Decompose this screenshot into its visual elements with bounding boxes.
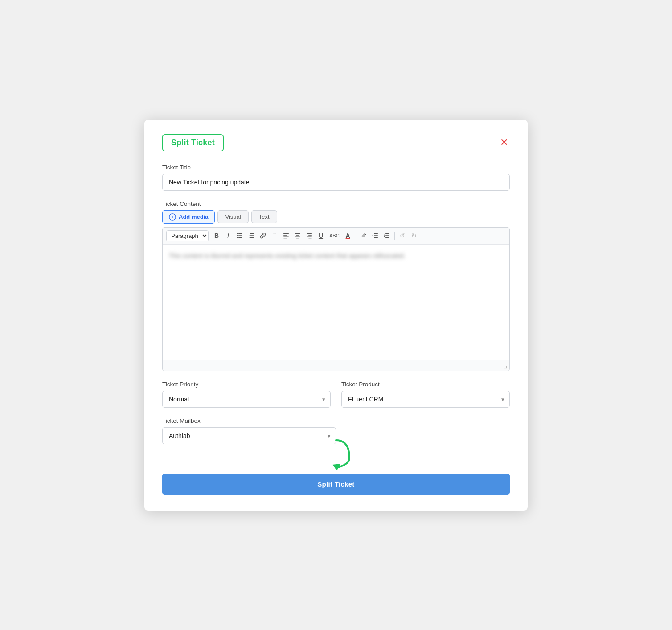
svg-rect-14 <box>283 235 287 235</box>
split-ticket-modal: Split Ticket ✕ Ticket Title Ticket Conte… <box>144 120 528 511</box>
svg-point-4 <box>237 233 238 234</box>
paragraph-select[interactable]: Paragraph Heading 1 Heading 2 Heading 3 <box>166 230 209 241</box>
undo-button[interactable]: ↺ <box>397 230 408 241</box>
svg-rect-24 <box>308 238 312 238</box>
content-tabs: Add media Visual Text <box>162 210 510 224</box>
italic-button[interactable]: I <box>223 230 234 241</box>
svg-rect-21 <box>307 233 312 234</box>
font-color-button[interactable]: A <box>343 230 353 241</box>
svg-rect-27 <box>374 235 378 236</box>
ticket-product-section: Ticket Product FLuent CRM FluentForms Fl… <box>341 381 510 408</box>
svg-rect-9 <box>250 237 254 238</box>
indent-button[interactable] <box>381 230 392 241</box>
add-media-icon <box>169 213 176 221</box>
svg-rect-7 <box>250 233 254 234</box>
modal-title: Split Ticket <box>162 134 224 151</box>
svg-text:3.: 3. <box>249 237 250 239</box>
svg-rect-31 <box>385 237 389 238</box>
link-icon <box>260 233 266 239</box>
ticket-product-select-wrapper: FLuent CRM FluentForms FluentSMTP ▾ <box>341 391 510 408</box>
toolbar-divider-2 <box>394 232 395 240</box>
svg-rect-13 <box>283 233 289 234</box>
underline-button[interactable]: U <box>316 230 326 241</box>
ticket-title-input[interactable] <box>162 174 510 191</box>
unordered-list-button[interactable] <box>234 230 245 241</box>
svg-rect-16 <box>283 238 287 238</box>
ticket-title-section: Ticket Title <box>162 164 510 200</box>
add-media-label: Add media <box>179 213 208 220</box>
svg-rect-30 <box>385 235 389 236</box>
eraser-icon <box>361 233 367 239</box>
split-ticket-button[interactable]: Split Ticket <box>162 474 510 495</box>
align-right-icon <box>306 233 312 239</box>
ticket-product-label: Ticket Product <box>341 381 510 388</box>
svg-point-6 <box>237 237 238 238</box>
svg-rect-23 <box>307 237 312 237</box>
indent-icon <box>384 233 390 239</box>
editor-content-area[interactable]: This content is blurred and represents e… <box>163 245 509 360</box>
add-media-button[interactable]: Add media <box>162 210 215 224</box>
align-right-button[interactable] <box>304 230 315 241</box>
align-center-icon <box>295 233 301 239</box>
strikethrough-button[interactable]: ABC <box>327 230 342 241</box>
ticket-content-section: Ticket Content Add media Visual Text Par… <box>162 200 510 371</box>
visual-tab[interactable]: Visual <box>217 210 248 223</box>
svg-rect-19 <box>295 237 300 237</box>
editor-blurred-content: This content is blurred and represents e… <box>169 252 406 259</box>
ticket-priority-label: Ticket Priority <box>162 381 331 388</box>
toolbar-divider-1 <box>356 232 356 240</box>
ticket-mailbox-section: Ticket Mailbox Authlab Support Sales ▾ <box>162 417 510 444</box>
svg-rect-2 <box>238 235 242 236</box>
svg-marker-32 <box>332 464 340 470</box>
align-left-icon <box>283 233 289 239</box>
ticket-priority-select-wrapper: Normal Low High Urgent ▾ <box>162 391 331 408</box>
ticket-priority-section: Ticket Priority Normal Low High Urgent ▾ <box>162 381 331 408</box>
ticket-priority-select[interactable]: Normal Low High Urgent <box>162 391 331 408</box>
ol-icon: 1.2.3. <box>248 233 254 239</box>
svg-rect-18 <box>296 235 299 235</box>
svg-rect-17 <box>295 233 300 234</box>
svg-rect-29 <box>385 233 389 234</box>
priority-product-row: Ticket Priority Normal Low High Urgent ▾… <box>162 381 510 408</box>
ticket-mailbox-select-wrapper: Authlab Support Sales ▾ <box>162 427 336 444</box>
align-left-button[interactable] <box>281 230 291 241</box>
text-tab[interactable]: Text <box>251 210 277 223</box>
modal-header: Split Ticket ✕ <box>162 134 510 151</box>
ticket-product-select[interactable]: FLuent CRM FluentForms FluentSMTP <box>341 391 510 408</box>
ticket-title-label: Ticket Title <box>162 164 510 171</box>
eraser-button[interactable] <box>358 230 369 241</box>
svg-rect-15 <box>283 237 289 237</box>
close-icon: ✕ <box>500 137 508 148</box>
close-button[interactable]: ✕ <box>498 136 510 149</box>
align-center-button[interactable] <box>292 230 303 241</box>
outdent-icon <box>372 233 378 239</box>
svg-rect-26 <box>374 233 378 234</box>
editor-resize-handle: ⌟ <box>163 360 509 371</box>
svg-rect-1 <box>238 233 242 234</box>
ticket-mailbox-select[interactable]: Authlab Support Sales <box>162 427 336 444</box>
svg-rect-28 <box>374 237 378 238</box>
ordered-list-button[interactable]: 1.2.3. <box>246 230 257 241</box>
editor-toolbar: Paragraph Heading 1 Heading 2 Heading 3 … <box>163 228 509 245</box>
blockquote-button[interactable]: " <box>269 230 280 241</box>
svg-rect-3 <box>238 237 242 238</box>
ticket-mailbox-label: Ticket Mailbox <box>162 417 510 424</box>
redo-button[interactable]: ↻ <box>409 230 419 241</box>
resize-icon: ⌟ <box>504 361 508 370</box>
bold-button[interactable]: B <box>211 230 222 241</box>
svg-point-5 <box>237 235 238 236</box>
ticket-content-label: Ticket Content <box>162 200 510 207</box>
svg-rect-20 <box>296 238 299 238</box>
link-button[interactable] <box>258 230 268 241</box>
editor-wrapper: Paragraph Heading 1 Heading 2 Heading 3 … <box>162 227 510 371</box>
outdent-button[interactable] <box>370 230 381 241</box>
svg-rect-8 <box>250 235 254 236</box>
ul-icon <box>237 233 243 239</box>
svg-rect-22 <box>308 235 312 235</box>
